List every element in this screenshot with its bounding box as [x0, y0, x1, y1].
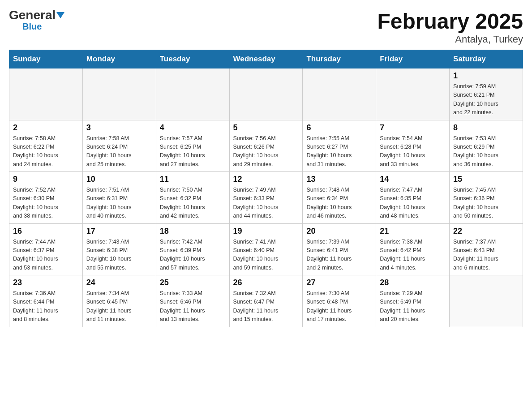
calendar-cell: 1Sunrise: 7:59 AMSunset: 6:21 PMDaylight…	[450, 68, 523, 120]
day-number: 7	[380, 123, 446, 133]
calendar-cell: 4Sunrise: 7:57 AMSunset: 6:25 PMDaylight…	[156, 120, 229, 172]
day-info: Sunrise: 7:56 AMSunset: 6:26 PMDaylight:…	[233, 134, 299, 169]
day-number: 4	[160, 123, 226, 133]
day-info: Sunrise: 7:37 AMSunset: 6:43 PMDaylight:…	[453, 238, 519, 273]
logo-blue-text: Blue	[22, 21, 42, 31]
day-number: 5	[233, 123, 299, 133]
calendar-cell: 18Sunrise: 7:42 AMSunset: 6:39 PMDayligh…	[156, 223, 229, 275]
header-tuesday: Tuesday	[156, 50, 229, 68]
day-info: Sunrise: 7:59 AMSunset: 6:21 PMDaylight:…	[453, 82, 519, 117]
logo-general-text: General	[9, 8, 64, 22]
day-number: 9	[13, 175, 79, 184]
calendar-cell: 3Sunrise: 7:58 AMSunset: 6:24 PMDaylight…	[82, 120, 156, 172]
day-number: 21	[380, 227, 446, 236]
calendar-cell	[376, 68, 450, 120]
title-area: February 2025 Antalya, Turkey	[377, 9, 523, 45]
day-info: Sunrise: 7:42 AMSunset: 6:39 PMDaylight:…	[160, 238, 226, 273]
day-number: 8	[453, 123, 519, 133]
logo-top-row: General	[9, 9, 64, 21]
day-info: Sunrise: 7:45 AMSunset: 6:36 PMDaylight:…	[453, 186, 519, 221]
calendar-cell: 16Sunrise: 7:44 AMSunset: 6:37 PMDayligh…	[9, 223, 83, 275]
day-info: Sunrise: 7:55 AMSunset: 6:27 PMDaylight:…	[306, 134, 372, 169]
calendar-cell: 23Sunrise: 7:36 AMSunset: 6:44 PMDayligh…	[9, 275, 83, 327]
calendar-cell: 15Sunrise: 7:45 AMSunset: 6:36 PMDayligh…	[450, 172, 523, 224]
calendar-cell: 9Sunrise: 7:52 AMSunset: 6:30 PMDaylight…	[9, 172, 83, 224]
location-text: Antalya, Turkey	[377, 34, 523, 45]
day-number: 28	[380, 278, 446, 287]
day-number: 2	[13, 123, 79, 133]
day-info: Sunrise: 7:57 AMSunset: 6:25 PMDaylight:…	[160, 134, 226, 169]
logo-bottom-row: Blue	[9, 21, 42, 32]
day-number: 11	[160, 175, 226, 184]
calendar-cell: 11Sunrise: 7:50 AMSunset: 6:32 PMDayligh…	[156, 172, 229, 224]
calendar-cell	[303, 68, 376, 120]
calendar-cell: 5Sunrise: 7:56 AMSunset: 6:26 PMDaylight…	[229, 120, 303, 172]
logo: General Blue	[9, 9, 64, 32]
day-info: Sunrise: 7:49 AMSunset: 6:33 PMDaylight:…	[233, 186, 299, 221]
calendar-week-row: 9Sunrise: 7:52 AMSunset: 6:30 PMDaylight…	[9, 172, 523, 224]
day-number: 10	[86, 175, 152, 184]
header-sunday: Sunday	[9, 50, 83, 68]
day-info: Sunrise: 7:58 AMSunset: 6:22 PMDaylight:…	[13, 134, 79, 169]
day-info: Sunrise: 7:50 AMSunset: 6:32 PMDaylight:…	[160, 186, 226, 221]
header-saturday: Saturday	[450, 50, 523, 68]
calendar-table: SundayMondayTuesdayWednesdayThursdayFrid…	[9, 50, 523, 327]
calendar-cell: 27Sunrise: 7:30 AMSunset: 6:48 PMDayligh…	[303, 275, 376, 327]
calendar-cell: 17Sunrise: 7:43 AMSunset: 6:38 PMDayligh…	[82, 223, 156, 275]
header-thursday: Thursday	[303, 50, 376, 68]
header-friday: Friday	[376, 50, 450, 68]
day-info: Sunrise: 7:52 AMSunset: 6:30 PMDaylight:…	[13, 186, 79, 221]
day-info: Sunrise: 7:48 AMSunset: 6:34 PMDaylight:…	[306, 186, 372, 221]
day-info: Sunrise: 7:38 AMSunset: 6:42 PMDaylight:…	[380, 238, 446, 273]
day-number: 13	[306, 175, 372, 184]
day-number: 18	[160, 227, 226, 236]
day-info: Sunrise: 7:39 AMSunset: 6:41 PMDaylight:…	[306, 238, 372, 273]
header-wednesday: Wednesday	[229, 50, 303, 68]
page-header: General Blue February 2025 Antalya, Turk…	[9, 9, 523, 45]
day-number: 14	[380, 175, 446, 184]
day-number: 20	[306, 227, 372, 236]
day-number: 25	[160, 278, 226, 287]
calendar-week-row: 1Sunrise: 7:59 AMSunset: 6:21 PMDaylight…	[9, 68, 523, 120]
day-info: Sunrise: 7:58 AMSunset: 6:24 PMDaylight:…	[86, 134, 152, 169]
calendar-cell: 13Sunrise: 7:48 AMSunset: 6:34 PMDayligh…	[303, 172, 376, 224]
calendar-cell: 28Sunrise: 7:29 AMSunset: 6:49 PMDayligh…	[376, 275, 450, 327]
day-info: Sunrise: 7:41 AMSunset: 6:40 PMDaylight:…	[233, 238, 299, 273]
day-number: 24	[86, 278, 152, 287]
day-number: 22	[453, 227, 519, 236]
calendar-cell: 25Sunrise: 7:33 AMSunset: 6:46 PMDayligh…	[156, 275, 229, 327]
day-number: 15	[453, 175, 519, 184]
calendar-cell: 6Sunrise: 7:55 AMSunset: 6:27 PMDaylight…	[303, 120, 376, 172]
calendar-cell: 10Sunrise: 7:51 AMSunset: 6:31 PMDayligh…	[82, 172, 156, 224]
day-number: 19	[233, 227, 299, 236]
month-title: February 2025	[377, 9, 523, 34]
day-info: Sunrise: 7:47 AMSunset: 6:35 PMDaylight:…	[380, 186, 446, 221]
day-info: Sunrise: 7:33 AMSunset: 6:46 PMDaylight:…	[160, 289, 226, 324]
calendar-cell	[156, 68, 229, 120]
day-number: 23	[13, 278, 79, 287]
calendar-week-row: 23Sunrise: 7:36 AMSunset: 6:44 PMDayligh…	[9, 275, 523, 327]
calendar-week-row: 2Sunrise: 7:58 AMSunset: 6:22 PMDaylight…	[9, 120, 523, 172]
calendar-cell: 2Sunrise: 7:58 AMSunset: 6:22 PMDaylight…	[9, 120, 83, 172]
day-info: Sunrise: 7:32 AMSunset: 6:47 PMDaylight:…	[233, 289, 299, 324]
calendar-cell: 21Sunrise: 7:38 AMSunset: 6:42 PMDayligh…	[376, 223, 450, 275]
day-number: 12	[233, 175, 299, 184]
calendar-cell: 20Sunrise: 7:39 AMSunset: 6:41 PMDayligh…	[303, 223, 376, 275]
calendar-cell: 24Sunrise: 7:34 AMSunset: 6:45 PMDayligh…	[82, 275, 156, 327]
calendar-week-row: 16Sunrise: 7:44 AMSunset: 6:37 PMDayligh…	[9, 223, 523, 275]
day-number: 27	[306, 278, 372, 287]
calendar-header-row: SundayMondayTuesdayWednesdayThursdayFrid…	[9, 50, 523, 68]
calendar-cell: 22Sunrise: 7:37 AMSunset: 6:43 PMDayligh…	[450, 223, 523, 275]
calendar-cell	[450, 275, 523, 327]
calendar-cell: 8Sunrise: 7:53 AMSunset: 6:29 PMDaylight…	[450, 120, 523, 172]
header-monday: Monday	[82, 50, 156, 68]
calendar-cell: 7Sunrise: 7:54 AMSunset: 6:28 PMDaylight…	[376, 120, 450, 172]
calendar-cell	[229, 68, 303, 120]
day-info: Sunrise: 7:43 AMSunset: 6:38 PMDaylight:…	[86, 238, 152, 273]
calendar-cell: 26Sunrise: 7:32 AMSunset: 6:47 PMDayligh…	[229, 275, 303, 327]
day-info: Sunrise: 7:36 AMSunset: 6:44 PMDaylight:…	[13, 289, 79, 324]
day-info: Sunrise: 7:44 AMSunset: 6:37 PMDaylight:…	[13, 238, 79, 273]
day-info: Sunrise: 7:30 AMSunset: 6:48 PMDaylight:…	[306, 289, 372, 324]
calendar-cell	[9, 68, 83, 120]
calendar-cell: 14Sunrise: 7:47 AMSunset: 6:35 PMDayligh…	[376, 172, 450, 224]
